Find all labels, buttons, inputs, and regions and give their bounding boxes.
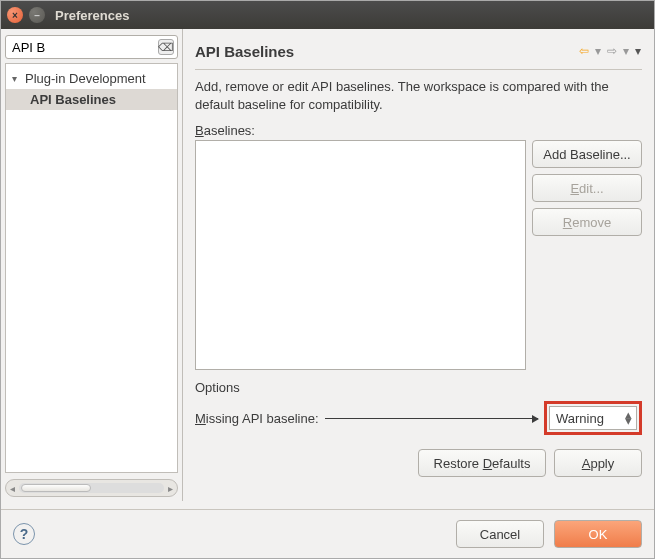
highlight-box: Warning ▴▾ bbox=[544, 401, 642, 435]
scroll-left-icon[interactable]: ◂ bbox=[10, 483, 15, 494]
divider bbox=[195, 69, 642, 70]
missing-baseline-label: Missing API baseline: bbox=[195, 411, 319, 426]
pointer-line bbox=[325, 418, 538, 419]
filter-input[interactable] bbox=[5, 35, 178, 59]
sidebar-hscrollbar[interactable]: ◂ ▸ bbox=[5, 479, 178, 497]
spinner-arrows-icon[interactable]: ▴▾ bbox=[625, 412, 632, 424]
options-label: Options bbox=[195, 380, 642, 395]
menu-chevron-icon[interactable]: ▾ bbox=[634, 44, 642, 58]
nav-forward-icon[interactable]: ⇨ bbox=[606, 44, 618, 58]
close-icon[interactable]: × bbox=[7, 7, 23, 23]
baselines-list[interactable] bbox=[195, 140, 526, 370]
scroll-track[interactable] bbox=[19, 483, 164, 493]
chevron-down-icon[interactable]: ▾ bbox=[622, 44, 630, 58]
titlebar[interactable]: × – Preferences bbox=[1, 1, 654, 29]
window-title: Preferences bbox=[55, 8, 129, 23]
page-header: API Baselines ⇦ ▾ ⇨ ▾ ▾ bbox=[195, 37, 642, 65]
tree-item-label: API Baselines bbox=[30, 92, 116, 107]
remove-button: Remove bbox=[532, 208, 642, 236]
scroll-right-icon[interactable]: ▸ bbox=[168, 483, 173, 494]
page-description: Add, remove or edit API baselines. The w… bbox=[195, 78, 642, 113]
minimize-icon[interactable]: – bbox=[29, 7, 45, 23]
category-tree[interactable]: ▾ Plug-in Development API Baselines bbox=[5, 63, 178, 473]
apply-button[interactable]: Apply bbox=[554, 449, 642, 477]
tree-item-plugin-dev[interactable]: ▾ Plug-in Development bbox=[6, 68, 177, 89]
search-wrap: ⌫ bbox=[5, 35, 178, 59]
footer-buttons: Cancel OK bbox=[456, 520, 642, 548]
page-button-row: Restore Defaults Apply bbox=[195, 449, 642, 477]
missing-baseline-select[interactable]: Warning ▴▾ bbox=[549, 406, 637, 430]
preferences-window: × – Preferences ⌫ ▾ Plug-in Development … bbox=[0, 0, 655, 559]
edit-button: Edit... bbox=[532, 174, 642, 202]
window-controls: × – bbox=[7, 7, 45, 23]
baselines-label: Baselines: bbox=[195, 123, 642, 138]
upper-area: ⌫ ▾ Plug-in Development API Baselines ◂ … bbox=[1, 29, 654, 501]
tree-item-label: Plug-in Development bbox=[25, 71, 146, 86]
missing-baseline-row: Missing API baseline: Warning ▴▾ bbox=[195, 401, 642, 435]
page-title: API Baselines bbox=[195, 43, 294, 60]
restore-defaults-button[interactable]: Restore Defaults bbox=[418, 449, 546, 477]
nav-back-icon[interactable]: ⇦ bbox=[578, 44, 590, 58]
baselines-row: Add Baseline... Edit... Remove bbox=[195, 140, 642, 370]
page-nav: ⇦ ▾ ⇨ ▾ ▾ bbox=[578, 44, 642, 58]
add-baseline-button[interactable]: Add Baseline... bbox=[532, 140, 642, 168]
cancel-button[interactable]: Cancel bbox=[456, 520, 544, 548]
help-icon[interactable]: ? bbox=[13, 523, 35, 545]
baselines-buttons: Add Baseline... Edit... Remove bbox=[532, 140, 642, 370]
expand-icon[interactable]: ▾ bbox=[12, 73, 22, 84]
scroll-thumb[interactable] bbox=[21, 484, 91, 492]
tree-item-api-baselines[interactable]: API Baselines bbox=[6, 89, 177, 110]
footer: ? Cancel OK bbox=[1, 510, 654, 558]
ok-button[interactable]: OK bbox=[554, 520, 642, 548]
clear-search-icon[interactable]: ⌫ bbox=[158, 39, 174, 55]
client-area: ⌫ ▾ Plug-in Development API Baselines ◂ … bbox=[1, 29, 654, 558]
missing-baseline-value: Warning bbox=[556, 411, 604, 426]
page-area: API Baselines ⇦ ▾ ⇨ ▾ ▾ Add, remove or e… bbox=[183, 29, 654, 501]
chevron-down-icon[interactable]: ▾ bbox=[594, 44, 602, 58]
sidebar: ⌫ ▾ Plug-in Development API Baselines ◂ … bbox=[1, 29, 183, 501]
